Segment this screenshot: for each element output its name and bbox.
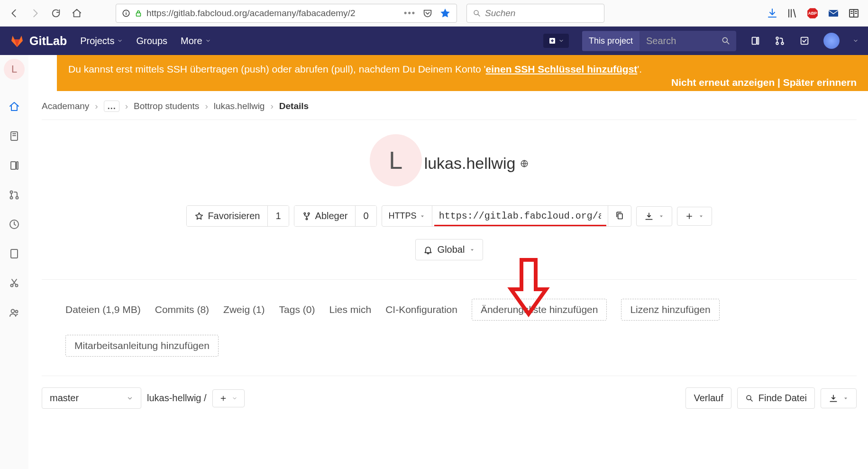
info-icon — [122, 9, 130, 18]
bookmark-star-icon[interactable] — [439, 8, 451, 19]
add-license-button[interactable]: Lizenz hinzufügen — [621, 299, 719, 321]
branch-dropdown[interactable]: master — [42, 387, 141, 409]
svg-rect-15 — [11, 162, 16, 169]
star-count[interactable]: 1 — [268, 206, 288, 226]
ssh-key-banner: Du kannst erst mittels SSH übertragen (p… — [57, 55, 868, 91]
mail-icon[interactable] — [827, 8, 840, 19]
svg-rect-14 — [801, 37, 808, 45]
downloads-icon[interactable] — [767, 8, 778, 19]
svg-point-2 — [474, 10, 478, 15]
header-search-input[interactable] — [640, 31, 715, 51]
fork-button[interactable]: Ableger — [294, 206, 356, 226]
todos-icon[interactable] — [799, 35, 810, 46]
ssh-key-link[interactable]: einen SSH Schlüssel hinzufügst — [486, 64, 638, 74]
banner-later[interactable]: Später erinnern — [783, 77, 857, 88]
caret-down-icon — [843, 395, 849, 401]
notification-dropdown[interactable]: Global — [415, 239, 484, 260]
rail-repository-icon[interactable] — [8, 130, 20, 142]
user-avatar[interactable] — [823, 33, 840, 49]
project-rail-avatar[interactable]: L — [4, 59, 25, 80]
rail-members-icon[interactable] — [8, 306, 20, 319]
gitlab-logo[interactable]: GitLab — [9, 33, 67, 48]
pocket-icon[interactable] — [422, 8, 433, 18]
rail-merge-requests-icon[interactable] — [8, 189, 20, 201]
project-header: L lukas.hellwig — [42, 120, 857, 201]
svg-rect-16 — [17, 162, 18, 169]
chevron-down-icon — [127, 395, 133, 402]
stat-commits[interactable]: Commits (8) — [155, 304, 209, 315]
back-button[interactable] — [9, 8, 20, 19]
fork-group: Ableger 0 — [294, 205, 377, 227]
rail-home-icon[interactable] — [8, 101, 20, 113]
history-button[interactable]: Verlauf — [685, 387, 731, 409]
search-icon — [745, 394, 754, 403]
stat-branches[interactable]: Zweig (1) — [223, 304, 265, 315]
url-bar[interactable]: ••• — [116, 4, 457, 23]
merge-requests-icon[interactable] — [774, 35, 786, 46]
rail-cicd-icon[interactable] — [8, 218, 20, 230]
crumb-project[interactable]: lukas.hellwig — [214, 101, 265, 111]
banner-dont-show[interactable]: Nicht erneut anzeigen — [671, 77, 775, 88]
new-dropdown[interactable] — [543, 34, 569, 48]
svg-point-25 — [16, 311, 18, 313]
find-file-button[interactable]: Finde Datei — [737, 387, 815, 409]
reader-icon[interactable] — [848, 8, 859, 19]
reload-button[interactable] — [50, 8, 62, 19]
breadcrumb: Academany › … › Bottrop students › lukas… — [42, 91, 857, 120]
nav-groups[interactable]: Groups — [136, 36, 167, 46]
project-avatar: L — [370, 134, 422, 186]
file-add-dropdown[interactable] — [212, 389, 245, 407]
url-input[interactable] — [146, 8, 400, 18]
copy-url-button[interactable] — [608, 206, 631, 226]
issues-icon[interactable] — [749, 35, 761, 46]
browser-search-bar[interactable] — [466, 4, 604, 23]
repo-path[interactable]: lukas-hellwig / — [147, 393, 207, 404]
svg-text:ABP: ABP — [808, 11, 817, 16]
lock-icon — [134, 9, 143, 18]
rail-snippets-icon[interactable] — [8, 277, 20, 289]
clone-protocol-dropdown[interactable]: HTTPS — [382, 206, 432, 226]
search-scope[interactable]: This project — [582, 31, 640, 51]
crumb-academany[interactable]: Academany — [42, 101, 89, 111]
crumb-ellipsis[interactable]: … — [104, 101, 119, 112]
clone-url-group: HTTPS — [382, 205, 631, 227]
fork-count[interactable]: 0 — [356, 206, 376, 226]
browser-search-input[interactable] — [485, 8, 598, 18]
download-dropdown-bottom[interactable] — [821, 388, 857, 408]
stat-tags[interactable]: Tags (0) — [279, 304, 315, 315]
nav-more[interactable]: More — [181, 36, 211, 46]
page-actions-icon[interactable]: ••• — [404, 8, 416, 18]
library-icon[interactable] — [786, 8, 798, 19]
download-dropdown[interactable] — [636, 206, 672, 226]
rail-issues-icon[interactable] — [8, 159, 20, 172]
bell-icon — [423, 245, 433, 255]
clone-url-input[interactable] — [432, 206, 608, 226]
home-button[interactable] — [71, 8, 82, 19]
svg-rect-10 — [758, 37, 759, 45]
download-icon — [644, 212, 654, 221]
header-search[interactable]: This project — [582, 31, 736, 51]
svg-rect-5 — [829, 10, 838, 17]
star-button[interactable]: Favorisieren — [187, 206, 268, 226]
caret-down-icon — [658, 213, 664, 219]
rail-wiki-icon[interactable] — [8, 248, 20, 260]
project-title: lukas.hellwig — [424, 154, 529, 173]
search-icon[interactable] — [721, 36, 731, 46]
add-contributing-button[interactable]: Mitarbeitsanleitung hinzufügen — [65, 335, 219, 357]
download-icon — [829, 394, 838, 403]
project-actions-row: Favorisieren 1 Ableger 0 HTTPS — [42, 205, 857, 227]
add-changelog-button[interactable]: Änderungsliste hinzufügen — [472, 299, 607, 321]
stat-files[interactable]: Dateien (1,9 MB) — [65, 304, 141, 315]
adblock-icon[interactable]: ABP — [806, 7, 819, 19]
stat-ci[interactable]: CI-Konfiguration — [385, 304, 457, 315]
forward-button[interactable] — [29, 8, 41, 19]
plus-dropdown[interactable] — [677, 207, 712, 226]
star-icon — [194, 212, 204, 221]
caret-down-icon — [469, 247, 475, 253]
chevron-down-icon[interactable] — [853, 38, 859, 44]
star-group: Favorisieren 1 — [186, 205, 289, 227]
crumb-bottrop[interactable]: Bottrop students — [134, 101, 199, 111]
svg-point-24 — [11, 310, 15, 313]
nav-projects[interactable]: Projects — [80, 36, 123, 46]
stat-readme[interactable]: Lies mich — [329, 304, 371, 315]
